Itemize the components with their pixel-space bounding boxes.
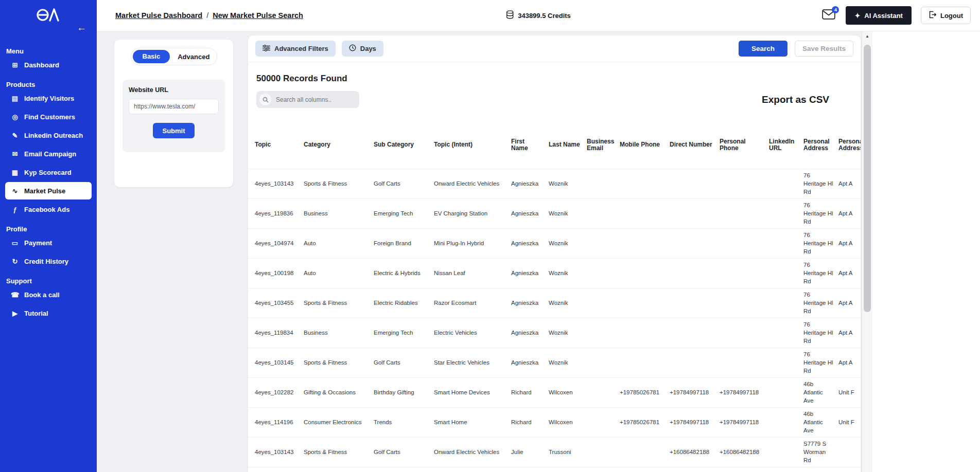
ai-assistant-button[interactable]: ✦ AI Assistant	[846, 6, 912, 25]
cell: Trends	[374, 407, 434, 437]
sidebar-item-kyp-scorecard[interactable]: ▦Kyp Scorecard	[5, 164, 92, 181]
logout-icon	[929, 11, 936, 20]
cell	[769, 377, 803, 407]
cell: Electric & Hybrids	[374, 258, 434, 288]
column-header-topic: Topic	[248, 121, 304, 169]
cell: 76 Heritage Hl Rd	[803, 318, 838, 348]
save-results-button[interactable]: Save Results	[795, 41, 853, 57]
cell: 76 Heritage Hl Rd	[803, 348, 838, 377]
sidebar-section-support: Support	[6, 277, 97, 285]
cell: Mini Plug-In Hybrid	[434, 228, 511, 258]
cell: Emerging Tech	[374, 198, 434, 228]
sidebar-item-label: Identify Visitors	[24, 95, 74, 102]
cell: Woznik	[549, 288, 587, 318]
credit-history-icon: ↻	[10, 258, 20, 265]
cell	[720, 318, 769, 348]
column-header-mobile-phone: Mobile Phone	[620, 121, 670, 169]
table-row: 4eyes_119834BusinessEmerging TechElectri…	[248, 318, 861, 348]
cell: Golf Carts	[374, 437, 434, 467]
cell: +19784997118	[670, 377, 720, 407]
cell: Apt A	[838, 169, 861, 198]
cell	[620, 288, 670, 318]
breadcrumb-link-new-search[interactable]: New Market Pulse Search	[213, 11, 303, 20]
mail-button[interactable]: 4	[822, 9, 836, 22]
cell: +16086482188	[670, 437, 720, 467]
cell: Wilcoxen	[549, 377, 587, 407]
cell: Razor Ecosmart	[434, 288, 511, 318]
table-row: 4eyes_114196Consumer ElectronicsTrendsSm…	[248, 407, 861, 437]
scrollbar[interactable]: ▲	[862, 31, 872, 472]
cell: Gifting & Occasions	[304, 377, 374, 407]
cell: 4eyes_103455	[248, 288, 304, 318]
cell: Agnieszka	[511, 228, 549, 258]
sidebar-item-market-pulse[interactable]: ∿Market Pulse	[5, 182, 92, 199]
submit-button[interactable]: Submit	[153, 123, 194, 138]
cell: Richard	[511, 377, 549, 407]
scrollbar-thumb[interactable]	[864, 45, 871, 312]
identify-visitors-icon: ▤	[10, 95, 20, 102]
cell: 4eyes_102282	[248, 377, 304, 407]
cell: Apt A	[838, 348, 861, 377]
days-button[interactable]: Days	[342, 41, 383, 57]
results-table: TopicCategorySub CategoryTopic (Intent)F…	[248, 121, 861, 467]
sidebar-item-find-customers[interactable]: ◎Find Customers	[5, 108, 92, 125]
tab-basic[interactable]: Basic	[133, 50, 170, 63]
sidebar-item-label: Kyp Scorecard	[24, 169, 72, 176]
cell: Woznik	[549, 228, 587, 258]
cell	[769, 169, 803, 198]
sidebar-item-linkedin-outreach[interactable]: ✎Linkedin Outreach	[5, 126, 92, 144]
cell: Smart Home	[434, 407, 511, 437]
logo-icon	[36, 7, 60, 25]
cell	[769, 258, 803, 288]
cell: Woznik	[549, 348, 587, 377]
cell	[769, 318, 803, 348]
scroll-up-button[interactable]: ▲	[862, 31, 872, 42]
logout-button[interactable]: Logout	[921, 7, 971, 24]
cell	[587, 288, 620, 318]
cell	[769, 228, 803, 258]
export-csv-button[interactable]: Export as CSV	[762, 94, 829, 105]
days-label: Days	[360, 45, 376, 52]
sidebar-item-label: Linkedin Outreach	[24, 132, 83, 139]
sidebar-item-identify-visitors[interactable]: ▤Identify Visitors	[5, 89, 92, 107]
cell: +19784997118	[720, 407, 769, 437]
cell: 76 Heritage Hl Rd	[803, 258, 838, 288]
sidebar-item-label: Payment	[24, 239, 52, 247]
cell: +19784997118	[720, 377, 769, 407]
cell: Julie	[511, 437, 549, 467]
records-found-heading: 50000 Records Found	[256, 74, 852, 84]
sidebar-collapse-icon[interactable]: ←	[77, 23, 86, 32]
payment-icon: ▭	[10, 239, 20, 247]
column-header-personal-phone: Personal Phone	[720, 121, 769, 169]
sidebar-item-tutorial[interactable]: ▶Tutorial	[5, 304, 92, 322]
cell: Sports & Fitness	[304, 288, 374, 318]
sidebar-item-payment[interactable]: ▭Payment	[5, 234, 92, 251]
column-header-personal-address-2: Personal Address 2	[838, 121, 861, 169]
sidebar-item-email-campaign[interactable]: ✉Email Campaign	[5, 145, 92, 162]
sidebar-item-credit-history[interactable]: ↻Credit History	[5, 252, 92, 270]
cell	[670, 348, 720, 377]
sidebar-item-book-a-call[interactable]: ☎Book a call	[5, 286, 92, 303]
cell: Business	[304, 318, 374, 348]
table-controls: Export as CSV	[256, 91, 852, 108]
website-url-input[interactable]	[129, 99, 219, 114]
website-url-panel: Website URL Submit	[122, 80, 225, 152]
sidebar-section-products: Products	[6, 81, 97, 88]
breadcrumb-link-dashboard[interactable]: Market Pulse Dashboard	[115, 11, 202, 20]
advanced-filters-button[interactable]: Advanced Filters	[255, 41, 336, 57]
cell	[620, 169, 670, 198]
header: Market Pulse Dashboard / New Market Puls…	[97, 0, 980, 31]
tab-advanced[interactable]: Advanced	[170, 53, 217, 61]
table-row: 4eyes_102282Gifting & OccasionsBirthday …	[248, 377, 861, 407]
cell	[769, 348, 803, 377]
table-header-row: TopicCategorySub CategoryTopic (Intent)F…	[248, 121, 861, 169]
cell: Smart Home Devices	[434, 377, 511, 407]
sidebar-item-facebook-ads[interactable]: ƒFacebook Ads	[5, 201, 92, 218]
search-columns-input[interactable]	[275, 96, 352, 104]
search-button[interactable]: Search	[739, 41, 787, 57]
cell	[620, 348, 670, 377]
column-header-linkedin-url: LinkedIn URL	[769, 121, 803, 169]
cell: Birthday Gifting	[374, 377, 434, 407]
sidebar-nav: Menu⊞DashboardProducts▤Identify Visitors…	[0, 40, 97, 323]
sidebar-item-dashboard[interactable]: ⊞Dashboard	[5, 56, 92, 74]
